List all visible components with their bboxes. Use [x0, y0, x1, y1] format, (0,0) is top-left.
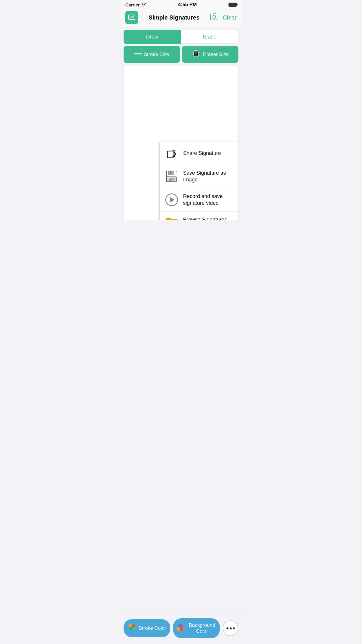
browse-label: Browse Signatures Media	[183, 216, 233, 220]
drawing-controls: Draw Erase Stroke Size Eraser Size	[121, 27, 241, 63]
wifi-icon	[141, 2, 146, 7]
svg-rect-5	[195, 55, 198, 56]
draw-button[interactable]: Draw	[124, 30, 181, 44]
size-controls: Stroke Size Eraser Size	[124, 46, 238, 63]
app-logo	[125, 11, 138, 24]
stroke-size-label: Stroke Size	[144, 52, 169, 57]
menu-item-share[interactable]: Share Signature	[160, 142, 238, 165]
svg-point-4	[195, 51, 198, 54]
drawing-canvas[interactable]: Share Signature Save Signature as Image	[124, 66, 238, 220]
share-label: Share Signature	[183, 150, 221, 157]
battery-icon	[229, 3, 237, 7]
status-carrier: Carrier	[125, 2, 146, 7]
svg-rect-9	[170, 171, 171, 174]
stroke-size-button[interactable]: Stroke Size	[124, 46, 180, 63]
app-title: Simple Signatures	[149, 14, 200, 21]
folder-icon-wrap	[165, 216, 178, 220]
svg-rect-6	[167, 151, 173, 158]
menu-item-browse[interactable]: Browse Signatures Media	[160, 212, 238, 220]
camera-icon[interactable]	[210, 13, 219, 22]
carrier-text: Carrier	[125, 2, 140, 7]
play-circle-icon	[165, 193, 178, 206]
draw-erase-toggle: Draw Erase	[124, 30, 238, 44]
header: Simple Signatures Clear	[121, 9, 241, 27]
logo-icon	[128, 14, 136, 21]
eraser-size-button[interactable]: Eraser Size	[182, 46, 238, 63]
context-menu: Share Signature Save Signature as Image	[159, 142, 238, 220]
record-video-label: Record and save signature video	[183, 193, 233, 207]
status-battery	[229, 3, 237, 7]
play-triangle	[170, 197, 175, 203]
header-actions: Clear	[210, 13, 237, 22]
play-circle-wrap	[165, 193, 178, 206]
clear-button[interactable]: Clear	[223, 14, 237, 21]
share-icon-wrap	[165, 147, 178, 160]
share-icon	[166, 148, 177, 159]
svg-point-1	[213, 15, 216, 18]
save-image-label: Save Signature as Image	[183, 170, 233, 183]
folder-icon	[165, 216, 178, 220]
eraser-size-label: Eraser Size	[203, 52, 229, 57]
status-time: 4:55 PM	[178, 2, 197, 8]
floppy-icon-wrap	[165, 170, 178, 183]
status-bar: Carrier 4:55 PM	[121, 0, 241, 9]
pencil-icon	[133, 49, 143, 60]
eraser-icon	[192, 50, 200, 59]
menu-item-save-image[interactable]: Save Signature as Image	[160, 165, 238, 188]
svg-line-2	[134, 50, 142, 57]
floppy-disk-icon	[166, 170, 178, 183]
erase-button[interactable]: Erase	[181, 30, 238, 44]
menu-item-record-video[interactable]: Record and save signature video	[160, 188, 238, 212]
